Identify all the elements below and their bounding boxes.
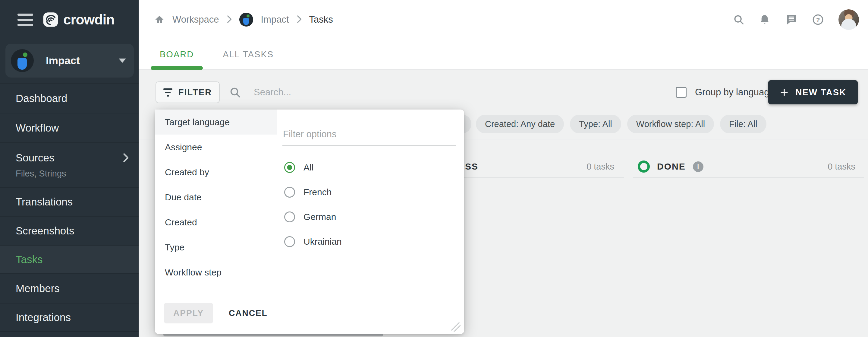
filter-option-french[interactable]: French (277, 180, 464, 204)
filter-category-type[interactable]: Type (155, 235, 277, 260)
tab-all-tasks[interactable]: ALL TASKS (214, 39, 283, 69)
task-search (229, 81, 411, 103)
filter-option-all[interactable]: All (277, 155, 464, 180)
sidebar-item-sources[interactable]: Sources Files, Strings (0, 142, 138, 187)
project-avatar (239, 13, 253, 27)
tab-bar: BOARD ALL TASKS (138, 39, 868, 70)
chevron-down-icon (119, 59, 126, 63)
filter-category-due-date[interactable]: Due date (155, 185, 277, 210)
option-label: Ukrainian (304, 236, 342, 247)
filter-category-assignee[interactable]: Assignee (155, 135, 277, 160)
option-label: German (304, 212, 336, 222)
breadcrumb-workspace[interactable]: Workspace (173, 14, 219, 25)
column-divider (446, 177, 624, 178)
column-title: DONE (657, 161, 686, 172)
sidebar-nav: Dashboard Workflow Sources Files, String… (0, 83, 138, 332)
chevron-right-icon (227, 15, 231, 24)
crowdin-logo-icon (43, 11, 59, 28)
column-task-count: 0 tasks (828, 162, 855, 172)
group-by-language-label: Group by language (695, 87, 775, 98)
help-icon[interactable]: ? (812, 13, 824, 26)
done-status-icon (638, 161, 650, 173)
filter-dropdown-footer: APPLY CANCEL (155, 292, 464, 334)
project-avatar (11, 49, 34, 72)
crowdin-logo[interactable]: crowdin (43, 11, 114, 28)
filter-category-workflow-step[interactable]: Workflow step (155, 260, 277, 285)
top-bar: Workspace Impact Tasks (138, 0, 868, 39)
radio-icon[interactable] (284, 212, 295, 222)
sidebar-top: crowdin (0, 0, 138, 39)
option-label: All (304, 162, 313, 173)
sidebar-item-subtitle: Files, Strings (16, 169, 138, 178)
sidebar-item-label: Workflow (16, 122, 138, 134)
sidebar-item-label: Sources (16, 152, 54, 164)
info-icon[interactable]: i (693, 161, 704, 172)
radio-checked-icon[interactable] (284, 162, 295, 173)
new-task-button[interactable]: NEW TASK (768, 80, 858, 104)
sidebar-item-label: Integrations (16, 311, 138, 324)
sidebar-item-integrations[interactable]: Integrations (0, 303, 138, 332)
sidebar-item-members[interactable]: Members (0, 273, 138, 303)
filter-option-german[interactable]: German (277, 204, 464, 229)
top-bar-actions: ? (733, 9, 859, 30)
bell-icon[interactable] (759, 14, 770, 25)
filter-options-panel: All French German Ukrainian (277, 110, 464, 292)
filter-chips: Created: Any date Type: All Workflow ste… (476, 115, 767, 133)
search-icon[interactable] (733, 14, 744, 25)
sidebar: crowdin Impact Dashboard Workflow Source… (0, 0, 138, 337)
home-icon[interactable] (154, 15, 164, 25)
filter-category-target-language[interactable]: Target language (155, 110, 277, 135)
crowdin-tasks-page: crowdin Impact Dashboard Workflow Source… (0, 0, 868, 337)
sidebar-item-translations[interactable]: Translations (0, 187, 138, 216)
board-column-done: DONE i 0 tasks (633, 159, 864, 174)
filter-option-ukrainian[interactable]: Ukrainian (277, 229, 464, 254)
sidebar-item-label: Dashboard (16, 92, 138, 104)
radio-icon[interactable] (284, 187, 295, 198)
apply-button[interactable]: APPLY (164, 303, 213, 324)
messages-icon[interactable] (785, 13, 798, 26)
sidebar-item-tasks[interactable]: Tasks (0, 245, 138, 273)
crowdin-logo-text: crowdin (63, 11, 114, 28)
tab-label: BOARD (160, 50, 194, 59)
hamburger-menu-icon[interactable] (18, 13, 33, 26)
search-icon (229, 86, 241, 99)
resize-handle-icon[interactable] (452, 322, 461, 332)
cancel-button[interactable]: CANCEL (227, 308, 270, 318)
radio-icon[interactable] (284, 236, 295, 247)
filter-category-created-by[interactable]: Created by (155, 160, 277, 185)
svg-text:?: ? (816, 16, 820, 23)
filter-icon (163, 88, 173, 96)
sidebar-item-workflow[interactable]: Workflow (0, 113, 138, 142)
new-task-label: NEW TASK (795, 87, 846, 97)
sidebar-item-dashboard[interactable]: Dashboard (0, 83, 138, 113)
breadcrumb-tasks: Tasks (309, 14, 333, 25)
user-avatar[interactable] (838, 9, 859, 30)
sidebar-item-screenshots[interactable]: Screenshots (0, 216, 138, 245)
group-by-language-checkbox[interactable] (676, 87, 687, 98)
search-input[interactable] (253, 87, 411, 98)
filter-dropdown: Target language Assignee Created by Due … (155, 110, 464, 334)
chevron-right-icon (297, 15, 301, 24)
tab-board[interactable]: BOARD (151, 39, 203, 69)
column-task-count: 0 tasks (555, 161, 614, 173)
plus-icon (780, 88, 789, 97)
sidebar-item-label: Translations (16, 196, 138, 208)
breadcrumb-project[interactable]: Impact (261, 14, 289, 25)
filter-button-label: FILTER (179, 87, 212, 97)
breadcrumb: Workspace Impact Tasks (154, 13, 333, 27)
group-by-language: Group by language (676, 81, 775, 103)
filter-options-input[interactable] (282, 123, 456, 146)
filter-button[interactable]: FILTER (156, 81, 220, 103)
sidebar-item-label: Tasks (16, 253, 138, 265)
filter-category-list: Target language Assignee Created by Due … (155, 110, 277, 292)
chip-file[interactable]: File: All (720, 115, 766, 133)
chevron-right-icon (123, 153, 128, 163)
option-label: French (304, 187, 332, 197)
filter-category-created[interactable]: Created (155, 210, 277, 235)
sidebar-item-label: Screenshots (16, 225, 138, 237)
chip-workflow-step[interactable]: Workflow step: All (627, 115, 714, 133)
project-name: Impact (46, 55, 80, 67)
project-selector[interactable]: Impact (5, 44, 134, 78)
chip-type[interactable]: Type: All (570, 115, 621, 133)
chip-created[interactable]: Created: Any date (476, 115, 564, 133)
